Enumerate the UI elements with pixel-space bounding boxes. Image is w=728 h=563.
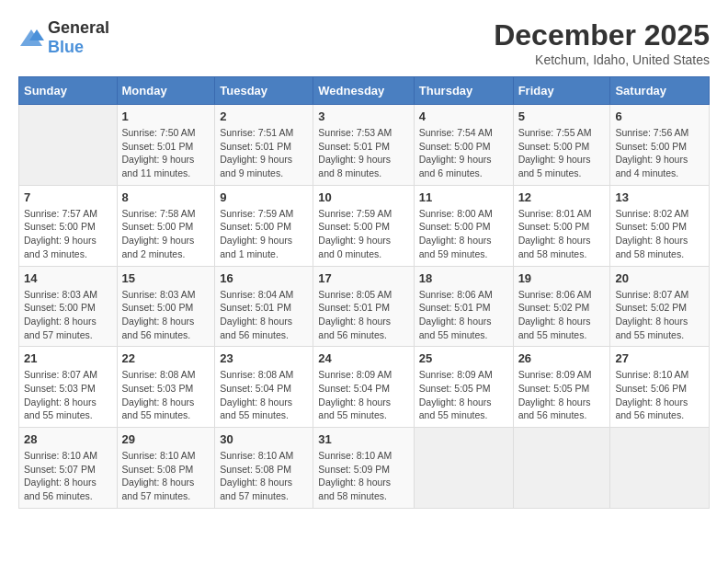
calendar-cell: 4Sunrise: 7:54 AM Sunset: 5:00 PM Daylig…: [414, 105, 513, 186]
day-info: Sunrise: 8:09 AM Sunset: 5:04 PM Dayligh…: [318, 368, 408, 422]
calendar-cell: 29Sunrise: 8:10 AM Sunset: 5:08 PM Dayli…: [117, 428, 215, 509]
weekday-header-wednesday: Wednesday: [313, 77, 414, 105]
day-info: Sunrise: 7:51 AM Sunset: 5:01 PM Dayligh…: [220, 126, 308, 180]
day-info: Sunrise: 8:04 AM Sunset: 5:01 PM Dayligh…: [220, 288, 308, 342]
day-info: Sunrise: 7:59 AM Sunset: 5:00 PM Dayligh…: [318, 207, 408, 261]
weekday-header-tuesday: Tuesday: [215, 77, 313, 105]
logo-text: General Blue: [48, 18, 109, 57]
calendar-cell: 3Sunrise: 7:53 AM Sunset: 5:01 PM Daylig…: [313, 105, 414, 186]
day-info: Sunrise: 8:10 AM Sunset: 5:08 PM Dayligh…: [220, 449, 308, 503]
weekday-header-sunday: Sunday: [19, 77, 118, 105]
logo-icon: [18, 28, 44, 48]
calendar-cell: 14Sunrise: 8:03 AM Sunset: 5:00 PM Dayli…: [19, 266, 118, 347]
calendar-week-1: 1Sunrise: 7:50 AM Sunset: 5:01 PM Daylig…: [19, 105, 710, 186]
day-number: 24: [318, 351, 408, 365]
logo-blue: Blue: [48, 38, 84, 56]
calendar-cell: 8Sunrise: 7:58 AM Sunset: 5:00 PM Daylig…: [117, 185, 215, 266]
day-number: 13: [615, 190, 704, 204]
day-info: Sunrise: 8:06 AM Sunset: 5:02 PM Dayligh…: [518, 288, 606, 342]
main-title: December 2025: [494, 18, 710, 52]
day-number: 26: [518, 351, 606, 365]
calendar-week-3: 14Sunrise: 8:03 AM Sunset: 5:00 PM Dayli…: [19, 266, 710, 347]
calendar-cell: [414, 428, 513, 509]
day-info: Sunrise: 7:58 AM Sunset: 5:00 PM Dayligh…: [122, 207, 210, 261]
calendar-cell: [610, 428, 710, 509]
day-number: 23: [220, 351, 308, 365]
calendar-table: SundayMondayTuesdayWednesdayThursdayFrid…: [18, 76, 710, 509]
day-number: 17: [318, 271, 408, 285]
calendar-cell: 15Sunrise: 8:03 AM Sunset: 5:00 PM Dayli…: [117, 266, 215, 347]
day-number: 3: [318, 109, 408, 123]
calendar-cell: [513, 428, 610, 509]
calendar-cell: 31Sunrise: 8:10 AM Sunset: 5:09 PM Dayli…: [313, 428, 414, 509]
calendar-cell: [19, 105, 118, 186]
day-info: Sunrise: 8:07 AM Sunset: 5:02 PM Dayligh…: [615, 288, 704, 342]
logo: General Blue: [18, 18, 109, 57]
calendar-cell: 2Sunrise: 7:51 AM Sunset: 5:01 PM Daylig…: [215, 105, 313, 186]
day-info: Sunrise: 8:00 AM Sunset: 5:00 PM Dayligh…: [419, 207, 508, 261]
day-number: 1: [122, 109, 210, 123]
weekday-header-saturday: Saturday: [610, 77, 710, 105]
day-info: Sunrise: 8:05 AM Sunset: 5:01 PM Dayligh…: [318, 288, 408, 342]
calendar-cell: 13Sunrise: 8:02 AM Sunset: 5:00 PM Dayli…: [610, 185, 710, 266]
weekday-header-thursday: Thursday: [414, 77, 513, 105]
day-info: Sunrise: 8:03 AM Sunset: 5:00 PM Dayligh…: [24, 288, 112, 342]
day-number: 20: [615, 271, 704, 285]
calendar-week-5: 28Sunrise: 8:10 AM Sunset: 5:07 PM Dayli…: [19, 428, 710, 509]
day-info: Sunrise: 8:01 AM Sunset: 5:00 PM Dayligh…: [518, 207, 606, 261]
day-number: 12: [518, 190, 606, 204]
weekday-header-row: SundayMondayTuesdayWednesdayThursdayFrid…: [19, 77, 710, 105]
header: General Blue December 2025 Ketchum, Idah…: [18, 18, 710, 67]
calendar-cell: 23Sunrise: 8:08 AM Sunset: 5:04 PM Dayli…: [215, 347, 313, 428]
day-number: 27: [615, 351, 704, 365]
day-number: 15: [122, 271, 210, 285]
day-info: Sunrise: 7:54 AM Sunset: 5:00 PM Dayligh…: [419, 126, 508, 180]
day-number: 25: [419, 351, 508, 365]
day-number: 14: [24, 271, 112, 285]
calendar-cell: 22Sunrise: 8:08 AM Sunset: 5:03 PM Dayli…: [117, 347, 215, 428]
calendar-cell: 12Sunrise: 8:01 AM Sunset: 5:00 PM Dayli…: [513, 185, 610, 266]
day-info: Sunrise: 7:59 AM Sunset: 5:00 PM Dayligh…: [220, 207, 308, 261]
day-number: 28: [24, 432, 112, 446]
calendar-cell: 26Sunrise: 8:09 AM Sunset: 5:05 PM Dayli…: [513, 347, 610, 428]
logo-general: General: [48, 18, 109, 37]
day-number: 10: [318, 190, 408, 204]
day-info: Sunrise: 7:57 AM Sunset: 5:00 PM Dayligh…: [24, 207, 112, 261]
day-info: Sunrise: 7:56 AM Sunset: 5:00 PM Dayligh…: [615, 126, 704, 180]
day-info: Sunrise: 8:02 AM Sunset: 5:00 PM Dayligh…: [615, 207, 704, 261]
calendar-week-2: 7Sunrise: 7:57 AM Sunset: 5:00 PM Daylig…: [19, 185, 710, 266]
calendar-cell: 27Sunrise: 8:10 AM Sunset: 5:06 PM Dayli…: [610, 347, 710, 428]
title-area: December 2025 Ketchum, Idaho, United Sta…: [494, 18, 710, 67]
day-info: Sunrise: 8:07 AM Sunset: 5:03 PM Dayligh…: [24, 368, 112, 422]
day-number: 18: [419, 271, 508, 285]
calendar-cell: 28Sunrise: 8:10 AM Sunset: 5:07 PM Dayli…: [19, 428, 118, 509]
day-info: Sunrise: 8:08 AM Sunset: 5:03 PM Dayligh…: [122, 368, 210, 422]
day-number: 7: [24, 190, 112, 204]
day-number: 29: [122, 432, 210, 446]
calendar-cell: 6Sunrise: 7:56 AM Sunset: 5:00 PM Daylig…: [610, 105, 710, 186]
day-number: 5: [518, 109, 606, 123]
day-info: Sunrise: 8:09 AM Sunset: 5:05 PM Dayligh…: [518, 368, 606, 422]
day-number: 4: [419, 109, 508, 123]
calendar-cell: 7Sunrise: 7:57 AM Sunset: 5:00 PM Daylig…: [19, 185, 118, 266]
calendar-cell: 16Sunrise: 8:04 AM Sunset: 5:01 PM Dayli…: [215, 266, 313, 347]
day-number: 16: [220, 271, 308, 285]
calendar-cell: 21Sunrise: 8:07 AM Sunset: 5:03 PM Dayli…: [19, 347, 118, 428]
day-info: Sunrise: 8:10 AM Sunset: 5:08 PM Dayligh…: [122, 449, 210, 503]
day-number: 2: [220, 109, 308, 123]
day-number: 11: [419, 190, 508, 204]
calendar-cell: 24Sunrise: 8:09 AM Sunset: 5:04 PM Dayli…: [313, 347, 414, 428]
day-number: 30: [220, 432, 308, 446]
calendar-cell: 5Sunrise: 7:55 AM Sunset: 5:00 PM Daylig…: [513, 105, 610, 186]
calendar-cell: 11Sunrise: 8:00 AM Sunset: 5:00 PM Dayli…: [414, 185, 513, 266]
day-info: Sunrise: 8:03 AM Sunset: 5:00 PM Dayligh…: [122, 288, 210, 342]
day-number: 6: [615, 109, 704, 123]
day-info: Sunrise: 8:10 AM Sunset: 5:06 PM Dayligh…: [615, 368, 704, 422]
calendar-cell: 25Sunrise: 8:09 AM Sunset: 5:05 PM Dayli…: [414, 347, 513, 428]
day-number: 19: [518, 271, 606, 285]
calendar-week-4: 21Sunrise: 8:07 AM Sunset: 5:03 PM Dayli…: [19, 347, 710, 428]
day-info: Sunrise: 8:08 AM Sunset: 5:04 PM Dayligh…: [220, 368, 308, 422]
calendar-cell: 30Sunrise: 8:10 AM Sunset: 5:08 PM Dayli…: [215, 428, 313, 509]
day-info: Sunrise: 8:10 AM Sunset: 5:07 PM Dayligh…: [24, 449, 112, 503]
day-info: Sunrise: 8:09 AM Sunset: 5:05 PM Dayligh…: [419, 368, 508, 422]
